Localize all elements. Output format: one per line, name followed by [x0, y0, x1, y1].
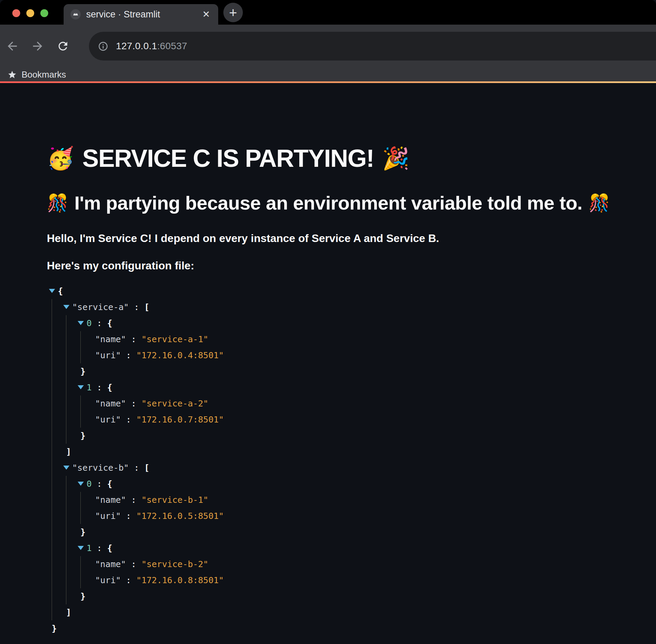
json-string-value: "172.16.0.7:8501"	[136, 415, 224, 425]
json-children: "name" : "service-b-1" "uri" : "172.16.0…	[80, 492, 646, 524]
json-colon: :	[121, 415, 136, 425]
json-brace: {	[107, 318, 112, 328]
json-row: {	[49, 283, 646, 299]
json-brace: {	[58, 286, 63, 296]
json-row: "service-a" : [	[63, 299, 646, 315]
browser-tab[interactable]: service · Streamlit ✕	[64, 4, 218, 25]
zoom-window-button[interactable]	[40, 9, 48, 17]
json-row: }	[78, 363, 646, 379]
json-bracket: ]	[66, 607, 71, 617]
url-port: :60537	[157, 41, 187, 51]
bookmarks-star-icon[interactable]	[8, 70, 17, 79]
json-node-service-b: "service-b" : [ 0 : { "name" : "service-…	[63, 460, 646, 620]
expand-arrow-icon[interactable]	[78, 482, 87, 486]
json-root-children: "service-a" : [ 0 : { "name" : "service-…	[52, 299, 646, 620]
close-window-button[interactable]	[12, 9, 20, 17]
json-children: "name" : "service-b-2" "uri" : "172.16.0…	[80, 556, 646, 588]
json-children: "name" : "service-a-2" "uri" : "172.16.0…	[80, 395, 646, 428]
url-host: 127.0.0.1	[116, 41, 157, 51]
json-row: ]	[63, 444, 646, 460]
json-children: 0 : { "name" : "service-b-1" "uri" : "17…	[66, 476, 646, 604]
json-node-service-a-1: 1 : { "name" : "service-a-2" "uri" : "17…	[78, 379, 646, 444]
browser-window: service · Streamlit ✕ +	[0, 0, 656, 636]
json-string-value: "172.16.0.4:8501"	[136, 350, 224, 360]
expand-arrow-icon[interactable]	[78, 321, 87, 325]
json-colon: :	[92, 479, 107, 489]
minimize-window-button[interactable]	[26, 9, 34, 17]
json-key: "name"	[95, 495, 126, 505]
json-string-value: "172.16.0.8:8501"	[136, 575, 224, 585]
intro-paragraph: Hello, I'm Service C! I depend on every …	[47, 232, 646, 244]
reload-icon	[56, 40, 69, 53]
json-node-service-b-1: 1 : { "name" : "service-b-2" "uri" : "17…	[78, 540, 646, 604]
json-row: "uri" : "172.16.0.7:8501"	[92, 412, 646, 428]
json-brace: }	[80, 591, 86, 601]
json-row: }	[78, 524, 646, 540]
json-children: 0 : { "name" : "service-a-1" "uri" : "17…	[66, 315, 646, 444]
json-key: "service-b"	[72, 463, 129, 473]
forward-button[interactable]	[29, 38, 46, 54]
json-brace: }	[80, 431, 86, 441]
json-row: "name" : "service-a-1"	[92, 331, 646, 347]
json-brace: {	[107, 383, 112, 392]
json-node-service-a: "service-a" : [ 0 : { "name" : "service-…	[63, 299, 646, 460]
json-brace: }	[80, 366, 86, 376]
forward-arrow-icon	[31, 39, 44, 53]
json-row: "name" : "service-b-1"	[92, 492, 646, 508]
streamlit-favicon-icon	[70, 9, 81, 19]
address-bar[interactable]: 127.0.0.1:60537	[89, 32, 656, 61]
json-array-index: 0	[87, 318, 92, 328]
json-brace: {	[107, 479, 112, 489]
json-key: "uri"	[95, 575, 121, 585]
json-key: "uri"	[95, 511, 121, 521]
json-row: "uri" : "172.16.0.5:8501"	[92, 508, 646, 524]
json-row: "name" : "service-b-2"	[92, 556, 646, 572]
json-row: }	[49, 620, 646, 636]
json-bracket: ]	[66, 447, 71, 457]
json-key: "uri"	[95, 415, 121, 425]
reload-button[interactable]	[55, 38, 71, 54]
expand-arrow-icon[interactable]	[49, 289, 58, 293]
browser-chrome: 127.0.0.1:60537 Bookmarks	[0, 25, 656, 81]
json-row: 0 : {	[78, 476, 646, 492]
expand-arrow-icon[interactable]	[78, 385, 87, 389]
json-viewer: { "service-a" : [ 0 : {	[49, 283, 646, 636]
expand-arrow-icon[interactable]	[63, 466, 72, 470]
json-string-value: "service-b-2"	[141, 559, 208, 569]
tab-title: service · Streamlit	[86, 9, 201, 20]
json-colon: :	[121, 511, 136, 521]
json-array-index: 0	[87, 479, 92, 489]
json-colon: :	[92, 318, 107, 328]
json-row: "service-b" : [	[63, 460, 646, 476]
json-brace: }	[52, 623, 57, 633]
expand-arrow-icon[interactable]	[63, 305, 72, 309]
json-children: "name" : "service-a-1" "uri" : "172.16.0…	[80, 331, 646, 363]
confetti-ball-emoji-left: 🎊	[47, 193, 68, 213]
json-bracket: [	[144, 463, 149, 473]
json-key: "name"	[95, 399, 126, 408]
json-string-value: "service-a-2"	[141, 399, 208, 408]
json-row: "uri" : "172.16.0.8:8501"	[92, 572, 646, 588]
json-row: ]	[63, 604, 646, 620]
site-information-icon[interactable]	[98, 41, 108, 52]
back-button[interactable]	[4, 38, 21, 54]
new-tab-button[interactable]: +	[223, 3, 243, 22]
url-field[interactable]: 127.0.0.1:60537	[116, 41, 187, 52]
json-colon: :	[126, 334, 141, 344]
bookmarks-bar: Bookmarks	[0, 68, 656, 81]
back-arrow-icon	[5, 39, 19, 53]
window-controls	[12, 9, 48, 17]
json-colon: :	[129, 463, 144, 473]
title-bar: service · Streamlit ✕ +	[0, 0, 656, 25]
expand-arrow-icon[interactable]	[78, 546, 87, 550]
bookmarks-label[interactable]: Bookmarks	[22, 69, 66, 80]
page-subtitle: 🎊 I'm partying because an environment va…	[47, 191, 646, 214]
page-title-text: SERVICE C IS PARTYING!	[82, 144, 374, 173]
json-row: }	[78, 428, 646, 444]
streamlit-app-content: 🥳 SERVICE C IS PARTYING! 🎉 🎊 I'm partyin…	[0, 83, 656, 636]
json-array-index: 1	[87, 383, 92, 392]
tab-close-icon[interactable]: ✕	[201, 9, 211, 20]
json-row: }	[78, 588, 646, 604]
json-key: "service-a"	[72, 302, 129, 312]
json-key: "name"	[95, 334, 126, 344]
